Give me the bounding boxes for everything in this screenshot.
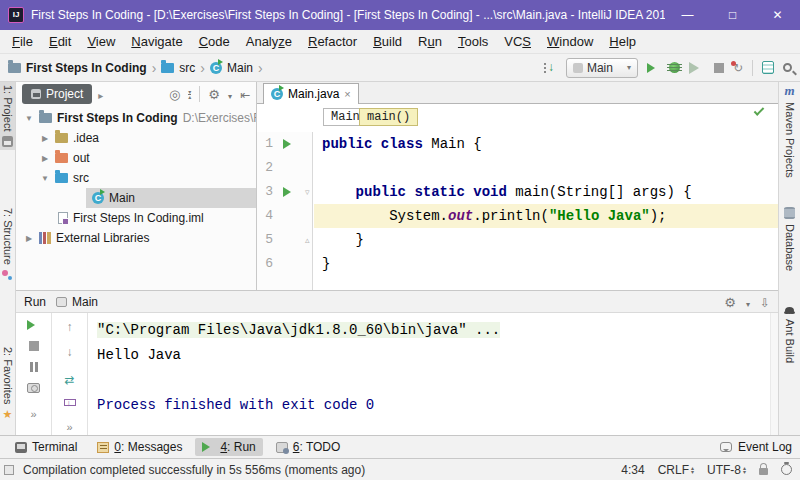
run-with-coverage-button[interactable]: [689, 62, 705, 74]
tree-item-external-libraries[interactable]: External Libraries: [16, 228, 256, 248]
tool-button-todo[interactable]: 6: TODO: [269, 438, 348, 456]
messages-icon: [97, 442, 109, 453]
event-log-button[interactable]: Event Log: [738, 438, 792, 456]
rerun-button[interactable]: [27, 320, 40, 330]
hector-inspector-icon[interactable]: [781, 464, 792, 475]
breadcrumb-src[interactable]: src: [179, 61, 195, 75]
run-line-marker-icon[interactable]: [283, 139, 296, 149]
thread-dump-icon[interactable]: [27, 383, 40, 393]
run-config-selector[interactable]: Main ▾: [566, 58, 638, 78]
tree-item-project-root[interactable]: First Steps In Coding D:\Exercises\First…: [16, 108, 256, 128]
hide-panel-icon[interactable]: [240, 85, 250, 103]
collapse-arrow-icon[interactable]: [40, 174, 50, 183]
breadcrumb-main[interactable]: Main: [227, 61, 253, 75]
make-project-icon[interactable]: [543, 61, 557, 75]
chevron-right-icon[interactable]: [98, 85, 103, 103]
right-tool-stripe: m Maven Projects Database Ant Build: [778, 82, 800, 435]
toggle-tool-buttons-icon[interactable]: [4, 465, 14, 475]
down-the-stack-icon[interactable]: ↓: [67, 345, 73, 359]
editor-tab-main-java[interactable]: Main.java ×: [263, 83, 359, 104]
collapse-arrow-icon[interactable]: [24, 114, 34, 123]
attach-debugger-icon[interactable]: [733, 61, 743, 75]
chevron-down-icon: ▾: [627, 63, 631, 72]
locate-file-icon[interactable]: [169, 85, 180, 103]
chevron-right-icon: [200, 59, 205, 77]
menu-item-analyze[interactable]: Analyze: [238, 32, 300, 51]
run-icon: [202, 442, 215, 452]
minimize-panel-icon[interactable]: [760, 293, 770, 311]
console-output[interactable]: "C:\Program Files\Java\jdk1.8.0_60\bin\j…: [89, 313, 770, 435]
fold-marker-icon[interactable]: ▿: [305, 180, 310, 204]
menu-item-refactor[interactable]: Refactor: [300, 32, 365, 51]
run-button[interactable]: [647, 63, 660, 73]
tool-stripe-maven[interactable]: m Maven Projects: [779, 82, 800, 181]
gear-icon[interactable]: [724, 293, 736, 311]
tool-stripe-favorites[interactable]: 2: Favorites ★: [0, 344, 15, 423]
breadcrumb-project[interactable]: First Steps In Coding: [26, 61, 147, 75]
collapse-all-icon[interactable]: [188, 90, 191, 99]
menu-item-vcs[interactable]: VCS: [496, 32, 539, 51]
breadcrumb-method[interactable]: main(): [359, 108, 418, 126]
menu-item-view[interactable]: View: [79, 32, 123, 51]
tree-item-src-folder[interactable]: src: [16, 168, 256, 188]
expand-arrow-icon[interactable]: [40, 134, 50, 143]
code-line-5[interactable]: }: [314, 228, 778, 252]
tool-stripe-project[interactable]: 1: Project: [0, 82, 15, 150]
pause-output-icon[interactable]: [30, 362, 38, 372]
menu-item-code[interactable]: Code: [191, 32, 238, 51]
tool-stripe-database[interactable]: Database: [779, 204, 800, 274]
fold-marker-icon[interactable]: ▵: [305, 228, 310, 252]
code-line-1[interactable]: public class Main {: [314, 132, 778, 156]
menu-item-file[interactable]: File: [4, 32, 41, 51]
project-tool-icon: [31, 89, 41, 99]
close-tab-icon[interactable]: ×: [344, 88, 350, 100]
encoding-selector[interactable]: UTF-8: [707, 463, 746, 477]
menu-item-run[interactable]: Run: [410, 32, 450, 51]
project-tab[interactable]: Project: [22, 84, 92, 104]
caret-position[interactable]: 4:34: [621, 463, 644, 477]
todo-icon: [276, 442, 288, 453]
expand-arrow-icon[interactable]: [40, 154, 50, 163]
menu-bar: File Edit View Navigate Code Analyze Ref…: [0, 30, 800, 54]
tree-item-main-class[interactable]: Main: [16, 188, 256, 208]
clipboard-grid-icon[interactable]: [762, 61, 774, 74]
tool-stripe-ant[interactable]: Ant Build: [779, 304, 800, 366]
menu-item-window[interactable]: Window: [539, 32, 601, 51]
run-tab-main[interactable]: Main: [56, 295, 98, 309]
soft-wrap-icon[interactable]: [64, 370, 74, 388]
more-actions-icon[interactable]: [30, 404, 36, 422]
tree-item-idea-folder[interactable]: .idea: [16, 128, 256, 148]
event-log-icon: [720, 442, 732, 452]
code-line-2[interactable]: [314, 156, 778, 180]
up-the-stack-icon[interactable]: ↑: [67, 320, 73, 334]
tool-stripe-structure[interactable]: 7: Structure: [0, 205, 15, 284]
close-button[interactable]: ✕: [755, 0, 800, 30]
maximize-button[interactable]: □: [710, 0, 755, 30]
code-line-4[interactable]: System.out.println("Hello Java");: [314, 204, 778, 228]
line-separator-selector[interactable]: CRLF: [658, 463, 694, 477]
tool-button-run[interactable]: 4: Run: [195, 438, 262, 456]
menu-item-navigate[interactable]: Navigate: [123, 32, 190, 51]
menu-item-edit[interactable]: Edit: [41, 32, 79, 51]
scroll-to-end-icon[interactable]: [64, 399, 76, 406]
title-bar: IJ First Steps In Coding - [D:\Exercises…: [0, 0, 800, 30]
gear-icon[interactable]: [208, 85, 220, 103]
menu-item-build[interactable]: Build: [365, 32, 410, 51]
code-line-3[interactable]: public static void main(String[] args) {: [314, 180, 778, 204]
debug-button[interactable]: [669, 62, 680, 73]
minimize-button[interactable]: —: [665, 0, 710, 30]
menu-item-tools[interactable]: Tools: [450, 32, 496, 51]
tool-button-messages[interactable]: 0: Messages: [90, 438, 189, 456]
tool-button-terminal[interactable]: Terminal: [8, 438, 84, 456]
expand-arrow-icon[interactable]: [24, 234, 34, 243]
search-everywhere-icon[interactable]: [783, 63, 792, 72]
console-scrollbar[interactable]: [770, 313, 778, 435]
lock-icon[interactable]: [759, 468, 768, 475]
more-actions-icon[interactable]: [66, 417, 72, 435]
code-area[interactable]: public class Main { public static void m…: [314, 132, 778, 290]
run-line-marker-icon[interactable]: [283, 187, 296, 197]
tree-item-out-folder[interactable]: out: [16, 148, 256, 168]
tree-item-iml-file[interactable]: First Steps In Coding.iml: [16, 208, 256, 228]
code-line-6[interactable]: }: [314, 252, 778, 276]
menu-item-help[interactable]: Help: [601, 32, 644, 51]
